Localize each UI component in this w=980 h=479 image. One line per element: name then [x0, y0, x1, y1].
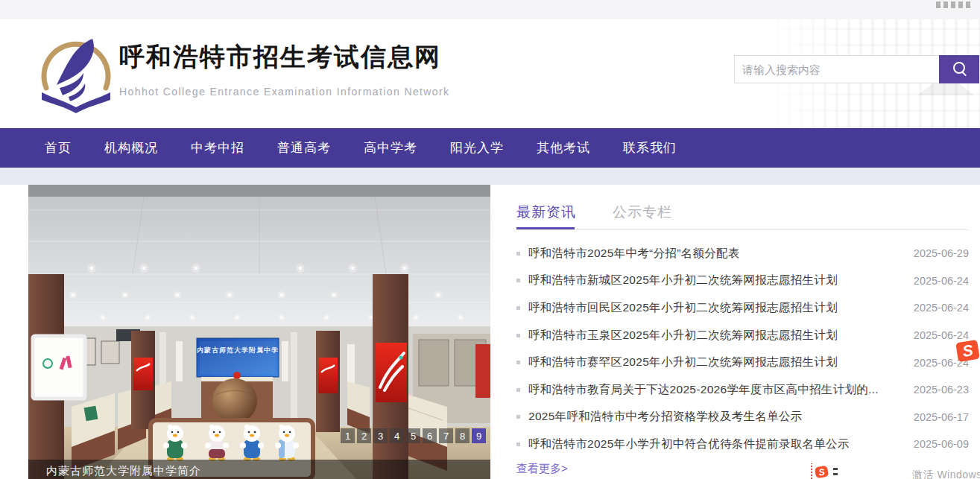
news-item-date: 2025-06-09: [914, 438, 969, 450]
search-icon: [953, 62, 965, 74]
nav-item-contact[interactable]: 联系我们: [623, 139, 677, 156]
main-nav: 首页 机构概况 中考中招 普通高考 高中学考 阳光入学 其他考试 联系我们: [0, 128, 980, 168]
brand-block: 呼和浩特市招生考试信息网 Hohhot College Entrance Exa…: [119, 40, 450, 98]
nav-item-enrollment[interactable]: 阳光入学: [450, 139, 504, 156]
carousel-page-5[interactable]: 5: [406, 428, 420, 443]
news-item-title[interactable]: 呼和浩特市2025年中考“分招”名额分配表: [528, 246, 905, 261]
ime-toolbar-buttons[interactable]: [833, 468, 838, 477]
news-tabs: 最新资讯 公示专栏: [516, 185, 969, 231]
news-item[interactable]: 呼和浩特市回民区2025年小升初二次统筹网报志愿招生计划 2025-06-24: [516, 294, 969, 322]
site-title: 呼和浩特市招生考试信息网: [119, 40, 450, 74]
carousel-page-9-active[interactable]: 9: [472, 428, 486, 443]
bullet-icon: [516, 334, 520, 337]
carousel-page-4[interactable]: 4: [390, 428, 404, 443]
bullet-icon: [516, 361, 520, 364]
carousel-page-8[interactable]: 8: [455, 428, 470, 443]
news-item-date: 2025-06-29: [914, 247, 969, 259]
news-item[interactable]: 呼和浩特市2025年中考“分招”名额分配表 2025-06-29: [516, 240, 969, 267]
nav-item-home[interactable]: 首页: [45, 139, 72, 156]
site-header: 呼和浩特市招生考试信息网 Hohhot College Entrance Exa…: [0, 19, 980, 128]
news-item[interactable]: 呼和浩特市教育局关于下达2025-2026学年度市区高中招生计划的... 202…: [516, 376, 969, 404]
news-item[interactable]: 呼和浩特市2025年小学升初中符合优待条件提前录取名单公示 2025-06-09: [516, 431, 969, 458]
nav-item-other-exams[interactable]: 其他考试: [537, 139, 590, 156]
search-bar: [734, 55, 979, 83]
nav-item-org-overview[interactable]: 机构概况: [104, 139, 158, 156]
sogou-ime-icon[interactable]: S: [955, 340, 980, 362]
tab-latest-news[interactable]: 最新资讯: [516, 203, 576, 222]
bullet-icon: [516, 252, 520, 256]
carousel-page-1[interactable]: 1: [341, 428, 355, 443]
news-item-title[interactable]: 呼和浩特市教育局关于下达2025-2026学年度市区高中招生计划的...: [528, 382, 905, 398]
news-panel: 最新资讯 公示专栏 呼和浩特市2025年中考“分招”名额分配表 2025-06-…: [516, 185, 969, 231]
bullet-icon: [516, 388, 520, 392]
news-item-title[interactable]: 呼和浩特市新城区2025年小升初二次统筹网报志愿招生计划: [528, 273, 905, 288]
news-item-date: 2025-06-23: [914, 384, 969, 396]
search-button[interactable]: [939, 55, 979, 83]
news-item-date: 2025-06-17: [914, 411, 969, 423]
news-item-title[interactable]: 呼和浩特市赛罕区2025年小升初二次统筹网报志愿招生计划: [528, 355, 905, 370]
news-item-title[interactable]: 呼和浩特市玉泉区2025年小升初二次统筹网报志愿招生计划: [528, 328, 905, 343]
site-logo-icon: [36, 30, 116, 116]
screenshot-edge-artifact: [936, 1, 972, 8]
site-subtitle: Hohhot College Entrance Examination Info…: [119, 86, 450, 98]
page: 呼和浩特市招生考试信息网 Hohhot College Entrance Exa…: [0, 0, 980, 479]
nav-item-gaokao[interactable]: 普通高考: [277, 139, 331, 156]
carousel-caption-bar[interactable]: 内蒙古师范大学附属中学简介: [28, 460, 490, 479]
news-item-title[interactable]: 呼和浩特市回民区2025年小升初二次统筹网报志愿招生计划: [528, 300, 905, 316]
bullet-icon: [516, 279, 520, 282]
nav-item-xuekao[interactable]: 高中学考: [364, 139, 417, 156]
sogou-ime-icon-small[interactable]: S: [815, 466, 829, 478]
top-strip: [0, 0, 980, 19]
carousel-page-2[interactable]: 2: [357, 428, 371, 443]
tab-divider: [516, 229, 969, 230]
tab-public-notices[interactable]: 公示专栏: [613, 203, 672, 222]
lavender-strip: [0, 168, 980, 185]
news-list: 呼和浩特市2025年中考“分招”名额分配表 2025-06-29 呼和浩特市新城…: [516, 240, 969, 458]
bullet-icon: [516, 415, 520, 419]
view-more-link[interactable]: 查看更多>: [516, 462, 568, 476]
bullet-icon: [516, 442, 520, 446]
news-item[interactable]: 2025年呼和浩特市中考分招资格学校及考生名单公示 2025-06-17: [516, 404, 969, 431]
carousel-page-6[interactable]: 6: [423, 428, 437, 443]
hero-carousel[interactable]: 内蒙古师范大学附属中学 1 2 3 4 5 6 7 8 9 内蒙古师范大学附属中…: [28, 185, 490, 479]
news-item-date: 2025-06-24: [914, 275, 969, 287]
carousel-page-3[interactable]: 3: [373, 428, 388, 443]
windows-activation-watermark: 激活 Windows: [912, 469, 980, 479]
news-item[interactable]: 呼和浩特市新城区2025年小升初二次统筹网报志愿招生计划 2025-06-24: [516, 267, 969, 295]
ime-toolbar-handle[interactable]: [811, 463, 812, 479]
news-item[interactable]: 呼和浩特市玉泉区2025年小升初二次统筹网报志愿招生计划 2025-06-24: [516, 322, 969, 349]
nav-item-zhongkao[interactable]: 中考中招: [191, 139, 244, 156]
news-item-date: 2025-06-24: [914, 329, 969, 341]
carousel-screen-title: 内蒙古师范大学附属中学: [197, 346, 279, 355]
bullet-icon: [516, 306, 520, 310]
search-input[interactable]: [734, 55, 939, 83]
carousel-page-7[interactable]: 7: [439, 428, 453, 443]
carousel-caption-text: 内蒙古师范大学附属中学简介: [46, 464, 201, 478]
news-item-title[interactable]: 2025年呼和浩特市中考分招资格学校及考生名单公示: [528, 409, 905, 425]
news-item[interactable]: 呼和浩特市赛罕区2025年小升初二次统筹网报志愿招生计划 2025-06-24: [516, 349, 969, 376]
news-item-title[interactable]: 呼和浩特市2025年小学升初中符合优待条件提前录取名单公示: [528, 437, 905, 452]
news-item-date: 2025-06-24: [914, 302, 969, 314]
carousel-pagination: 1 2 3 4 5 6 7 8 9: [338, 428, 486, 443]
